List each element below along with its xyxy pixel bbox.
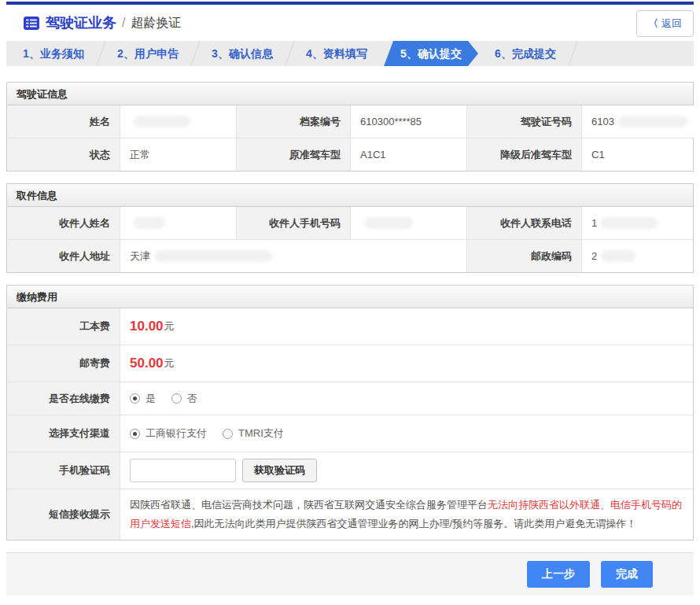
postcode-label: 邮政编码 (467, 240, 582, 272)
online-payment-label: 是否在线缴费 (7, 382, 120, 415)
table-row: 邮寄费 50.00元 (7, 345, 693, 382)
table-row: 收件人地址 天津 邮政编码 2 (7, 239, 693, 272)
downgraded-class-value: C1 (582, 138, 693, 171)
back-chevron-icon: 〈 (648, 17, 658, 29)
postage-fee-value: 50.00元 (120, 345, 693, 382)
license-info-title: 驾驶证信息 (7, 83, 693, 105)
production-fee-label: 工本费 (7, 308, 120, 345)
page-header: 驾驶证业务 / 超龄换证 〈返回 (6, 5, 694, 41)
redacted-blur (134, 116, 190, 127)
recipient-name-label: 收件人姓名 (7, 207, 120, 239)
pickup-info-title: 取件信息 (7, 184, 693, 207)
step-4-fill-data[interactable]: 4、资料填写 (289, 41, 384, 66)
online-payment-options: 是 否 (120, 382, 693, 415)
recipient-phone-value: 1 (582, 207, 693, 239)
step-2-user-declaration[interactable]: 2、用户申告 (101, 41, 195, 66)
file-number-label: 档案编号 (237, 105, 351, 138)
sms-notice-text: 因陕西省联通、电信运营商技术问题，陕西省互联网交通安全综合服务管理平台无法向持陕… (120, 489, 693, 540)
original-class-value: A1C1 (351, 138, 467, 171)
table-row: 短信接收提示 因陕西省联通、电信运营商技术问题，陕西省互联网交通安全综合服务管理… (7, 489, 693, 540)
table-row: 选择支付渠道 工商银行支付 TMRI支付 (7, 415, 693, 452)
redacted-blur (618, 116, 687, 127)
redacted-blur (154, 250, 272, 262)
radio-online-yes-label[interactable]: 是 (146, 392, 156, 406)
downgraded-class-label: 降级后准驾车型 (467, 138, 582, 171)
name-label: 姓名 (7, 105, 120, 138)
recipient-mobile-label: 收件人手机号码 (237, 207, 351, 239)
breadcrumb-current: 超龄换证 (131, 15, 181, 31)
radio-online-no[interactable] (171, 393, 182, 404)
table-row: 手机验证码 获取验证码 (7, 452, 693, 489)
recipient-address-label: 收件人地址 (7, 240, 120, 272)
payment-title: 缴纳费用 (7, 286, 693, 308)
recipient-name-value (120, 207, 237, 239)
back-button[interactable]: 〈返回 (636, 10, 694, 37)
radio-online-no-label[interactable]: 否 (187, 392, 197, 406)
radio-channel-tmri[interactable] (223, 429, 233, 439)
license-number-value: 6103 (582, 105, 697, 138)
redacted-blur (601, 250, 636, 262)
recipient-mobile-value (351, 207, 467, 239)
radio-channel-icbc-label[interactable]: 工商银行支付 (146, 426, 207, 441)
sms-code-field: 获取验证码 (120, 452, 693, 489)
redacted-blur (364, 217, 413, 229)
table-row: 是否在线缴费 是 否 (7, 382, 693, 415)
page-title: 驾驶证业务 (46, 13, 116, 32)
status-value: 正常 (120, 138, 237, 171)
table-row: 工本费 10.00元 (7, 308, 693, 345)
sms-code-input[interactable] (130, 459, 236, 482)
payment-channel-label: 选择支付渠道 (7, 415, 120, 452)
redacted-blur (134, 217, 165, 229)
step-1-business-notes[interactable]: 1、业务须知 (6, 41, 101, 66)
radio-channel-icbc[interactable] (130, 429, 140, 439)
original-class-label: 原准驾车型 (237, 138, 351, 171)
recipient-phone-label: 收件人联系电话 (467, 207, 582, 239)
step-5-confirm-submit[interactable]: 5、确认提交 (384, 41, 478, 66)
previous-step-button[interactable]: 上一步 (527, 561, 590, 588)
license-info-section: 驾驶证信息 姓名 档案编号 610300****85 驾驶证号码 6103 状态… (6, 82, 694, 172)
sms-notice-label: 短信接收提示 (7, 489, 120, 540)
name-value (120, 105, 237, 138)
table-row: 状态 正常 原准驾车型 A1C1 降级后准驾车型 C1 (7, 138, 693, 171)
postcode-value: 2 (582, 240, 693, 272)
file-number-value: 610300****85 (351, 105, 467, 138)
sms-code-label: 手机验证码 (7, 452, 120, 489)
production-fee-value: 10.00元 (120, 308, 693, 345)
radio-online-yes[interactable] (130, 393, 140, 404)
table-row: 收件人姓名 收件人手机号码 收件人联系电话 1 (7, 207, 693, 239)
step-wizard: 1、业务须知 2、用户申告 3、确认信息 4、资料填写 5、确认提交 6、完成提… (6, 41, 694, 66)
footer-action-bar: 上一步 完成 (6, 552, 694, 596)
recipient-address-value: 天津 (120, 240, 467, 272)
payment-channel-options: 工商银行支付 TMRI支付 (120, 415, 693, 452)
postage-fee-label: 邮寄费 (7, 345, 120, 382)
table-row: 姓名 档案编号 610300****85 驾驶证号码 6103 (7, 105, 693, 138)
redacted-blur (601, 217, 658, 229)
license-number-label: 驾驶证号码 (467, 105, 582, 138)
radio-channel-tmri-label[interactable]: TMRI支付 (238, 426, 284, 441)
back-button-label: 返回 (661, 17, 682, 29)
step-bar-filler (573, 41, 694, 66)
payment-section: 缴纳费用 工本费 10.00元 邮寄费 50.00元 是否在线缴费 是 否 选择… (6, 285, 694, 540)
breadcrumb-separator: / (122, 16, 125, 30)
pickup-info-section: 取件信息 收件人姓名 收件人手机号码 收件人联系电话 1 收件人地址 天津 邮政… (6, 183, 694, 273)
status-label: 状态 (7, 138, 120, 171)
license-form-icon (24, 17, 39, 30)
get-code-button[interactable]: 获取验证码 (242, 459, 317, 482)
step-3-confirm-info[interactable]: 3、确认信息 (195, 41, 289, 66)
finish-button[interactable]: 完成 (601, 561, 653, 588)
step-6-complete-submit[interactable]: 6、完成提交 (478, 41, 573, 66)
